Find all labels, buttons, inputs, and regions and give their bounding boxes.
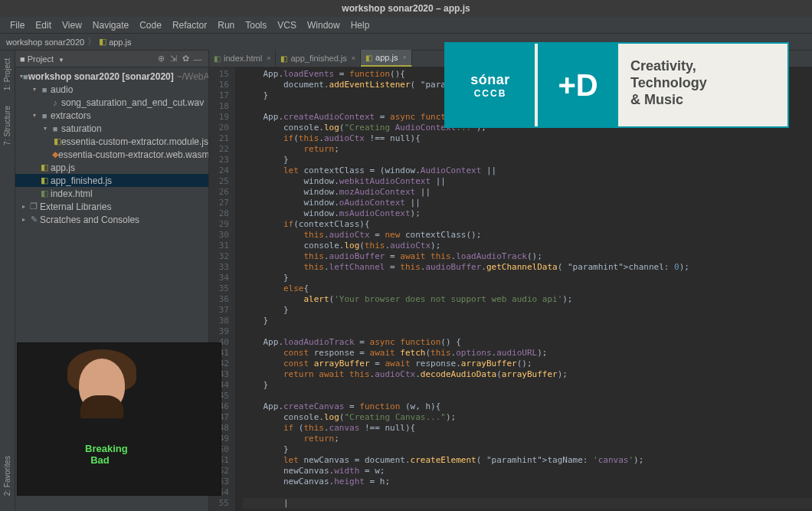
menu-help[interactable]: Help: [345, 20, 375, 31]
tree-node[interactable]: ▾■saturation: [15, 122, 208, 135]
menu-window[interactable]: Window: [302, 20, 345, 31]
tree-node[interactable]: ▸✎Scratches and Consoles: [15, 213, 208, 226]
hide-icon[interactable]: —: [192, 53, 204, 65]
tab-index-html[interactable]: ◧ index.html ×: [209, 50, 276, 67]
code-content[interactable]: App.loadEvents = function(){ document.ad…: [235, 67, 812, 511]
cccb-text: CCCB: [474, 88, 507, 99]
tool-project[interactable]: 1: Project: [3, 58, 11, 90]
chevron-right-icon: 〉: [87, 36, 96, 47]
menu-tools[interactable]: Tools: [240, 20, 272, 31]
menu-navigate[interactable]: Navigate: [87, 20, 134, 31]
tree-node[interactable]: ▸❒External Libraries: [15, 200, 208, 213]
tshirt-logo: Breaking Bad: [85, 443, 128, 466]
close-icon[interactable]: ×: [352, 54, 355, 62]
webcam-overlay: Breaking Bad: [17, 342, 221, 496]
menu-edit[interactable]: Edit: [30, 20, 57, 31]
close-icon[interactable]: ×: [402, 54, 406, 61]
menu-refactor[interactable]: Refactor: [167, 20, 212, 31]
js-file-icon: ◧: [99, 37, 106, 47]
breadcrumb-file[interactable]: app.js: [109, 38, 131, 47]
tab-label: app.js: [375, 53, 398, 62]
sonar-text: sónar: [470, 72, 510, 88]
tree-node[interactable]: ◧app.js: [15, 161, 208, 174]
menu-view[interactable]: View: [57, 20, 87, 31]
collapse-icon[interactable]: ⇲: [167, 53, 179, 65]
locate-icon[interactable]: ⊕: [155, 53, 167, 65]
tool-favorites[interactable]: 2: Favorites: [3, 456, 11, 496]
menu-run[interactable]: Run: [212, 20, 240, 31]
breadcrumb-project[interactable]: workshop sonar2020: [6, 38, 84, 47]
settings-icon[interactable]: ✿: [179, 53, 192, 65]
dropdown-icon[interactable]: ▼: [58, 57, 64, 64]
tree-node[interactable]: ◆essentia-custom-extractor.web.wasm: [15, 148, 208, 161]
sonar-banner: sónar CCCB +D Creativity,Technology& Mus…: [444, 42, 789, 128]
tool-structure[interactable]: 7: Structure: [3, 106, 11, 146]
plus-d-logo: +D: [538, 44, 618, 126]
tree-node[interactable]: ♪song_saturation_and_end_cut.wav: [15, 96, 208, 109]
code-editor[interactable]: 1516171819202122232425262728293031323334…: [209, 67, 812, 511]
menu-vcs[interactable]: VCS: [272, 20, 302, 31]
tab-app-finished[interactable]: ◧ app_finished.js ×: [276, 50, 361, 67]
project-panel-title[interactable]: ■ Project: [20, 54, 54, 64]
tree-node[interactable]: ◧essentia-custom-extractor.module.js: [15, 135, 208, 148]
close-icon[interactable]: ×: [267, 54, 270, 62]
project-header: ■ Project ▼ ⊕ ⇲ ✿ —: [15, 51, 208, 67]
tree-node[interactable]: ◧app_finished.js: [15, 174, 208, 187]
menu-code[interactable]: Code: [134, 20, 167, 31]
tree-node[interactable]: ▾■audio: [15, 83, 208, 96]
tab-app-js[interactable]: ◧ app.js ×: [361, 50, 412, 67]
tab-label: app_finished.js: [290, 54, 346, 63]
menu-file[interactable]: File: [5, 20, 30, 31]
tree-node[interactable]: ▾■workshop sonar2020 [sonar2020]~/WebAud…: [15, 70, 208, 83]
js-file-icon: ◧: [280, 54, 287, 63]
tree-node[interactable]: ▾■extractors: [15, 109, 208, 122]
js-file-icon: ◧: [365, 54, 372, 62]
menu-bar: File Edit View Navigate Code Refactor Ru…: [0, 17, 812, 34]
sonar-logo: sónar CCCB: [446, 44, 535, 126]
tab-label: index.html: [224, 54, 262, 63]
left-tool-strip: 1: Project 7: Structure 2: Favorites: [0, 51, 15, 511]
tree-node[interactable]: ◧index.html: [15, 187, 208, 200]
html-file-icon: ◧: [214, 54, 221, 63]
banner-tagline: Creativity,Technology& Music: [618, 44, 787, 126]
window-title: workshop sonar2020 – app.js: [0, 0, 812, 17]
